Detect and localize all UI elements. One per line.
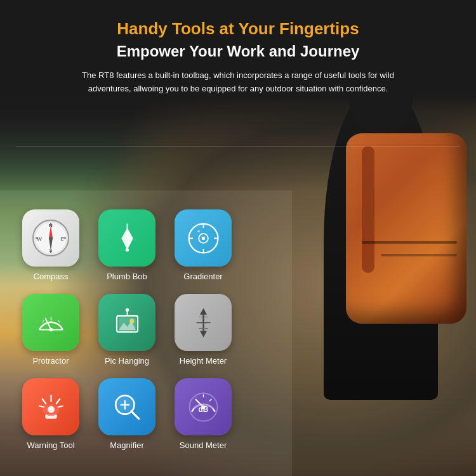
svg-point-52 bbox=[48, 406, 55, 413]
svg-line-31 bbox=[42, 319, 44, 322]
svg-line-66 bbox=[209, 399, 211, 401]
svg-marker-40 bbox=[200, 308, 207, 314]
height-meter-icon bbox=[175, 294, 232, 351]
svg-point-16 bbox=[125, 248, 129, 252]
svg-line-49 bbox=[56, 399, 60, 403]
plumb-bob-icon bbox=[98, 209, 155, 267]
header-section: Handy Tools at Your Fingertips Empower Y… bbox=[0, 0, 476, 96]
svg-line-48 bbox=[42, 399, 46, 403]
page-title: Empower Your Work and Journey bbox=[38, 43, 438, 60]
protractor-label: Protractor bbox=[32, 356, 69, 366]
section-divider bbox=[16, 146, 460, 147]
magnifier-svg bbox=[110, 390, 145, 425]
compass-svg: N S E W bbox=[32, 219, 70, 257]
compass-icon: N S E W bbox=[22, 209, 79, 267]
svg-point-19 bbox=[201, 236, 205, 240]
sound-meter-label: Sound Meter bbox=[180, 440, 227, 450]
pic-hanging-svg bbox=[110, 305, 145, 340]
pic-hanging-label: Pic Hanging bbox=[105, 356, 149, 366]
svg-line-57 bbox=[131, 411, 138, 418]
height-meter-svg bbox=[186, 305, 221, 340]
height-meter-label: Height Meter bbox=[180, 356, 227, 366]
gradienter-label: Gradienter bbox=[183, 272, 222, 281]
svg-line-51 bbox=[58, 406, 62, 407]
sound-svg: dB bbox=[186, 390, 221, 425]
warning-svg bbox=[34, 390, 69, 425]
magnifier-icon bbox=[98, 378, 155, 435]
magnifier-label: Magnifier bbox=[110, 440, 143, 450]
tool-item-plumb-bob[interactable]: Plumb Bob bbox=[92, 209, 162, 281]
protractor-svg bbox=[34, 305, 69, 340]
gradienter-svg bbox=[186, 221, 221, 256]
tool-item-height-meter[interactable]: Height Meter bbox=[168, 294, 238, 366]
tool-item-pic-hanging[interactable]: Pic Hanging bbox=[92, 294, 162, 366]
tagline: Handy Tools at Your Fingertips bbox=[38, 19, 438, 39]
plumb-bob-label: Plumb Bob bbox=[107, 272, 147, 281]
svg-point-24 bbox=[197, 230, 200, 232]
tools-panel: N S E W Compass bbox=[0, 190, 292, 476]
tool-item-warning-tool[interactable]: Warning Tool bbox=[16, 378, 86, 450]
pic-hanging-icon bbox=[98, 294, 155, 351]
svg-line-32 bbox=[58, 319, 60, 322]
gradienter-icon bbox=[175, 209, 232, 267]
warning-tool-label: Warning Tool bbox=[27, 440, 74, 450]
tool-item-protractor[interactable]: Protractor bbox=[16, 294, 86, 366]
tool-item-compass[interactable]: N S E W Compass bbox=[16, 209, 86, 281]
tools-grid: N S E W Compass bbox=[16, 209, 276, 450]
tool-item-sound-meter[interactable]: dB Sound Meter bbox=[168, 378, 238, 450]
tool-item-gradienter[interactable]: Gradienter bbox=[168, 209, 238, 281]
svg-point-38 bbox=[125, 308, 129, 312]
svg-marker-15 bbox=[127, 228, 133, 250]
compass-label: Compass bbox=[34, 272, 69, 281]
svg-text:W: W bbox=[37, 236, 42, 242]
svg-text:E: E bbox=[60, 236, 63, 242]
svg-marker-41 bbox=[200, 331, 207, 337]
svg-point-61 bbox=[201, 405, 205, 409]
description-text: The RT8 features a built-in toolbag, whi… bbox=[73, 69, 403, 96]
warning-tool-icon bbox=[22, 378, 79, 435]
svg-point-36 bbox=[129, 319, 134, 323]
svg-line-50 bbox=[39, 406, 44, 407]
plumb-svg bbox=[110, 221, 145, 256]
tool-item-magnifier[interactable]: Magnifier bbox=[92, 378, 162, 450]
sound-meter-icon: dB bbox=[175, 378, 232, 435]
protractor-icon bbox=[22, 294, 79, 351]
